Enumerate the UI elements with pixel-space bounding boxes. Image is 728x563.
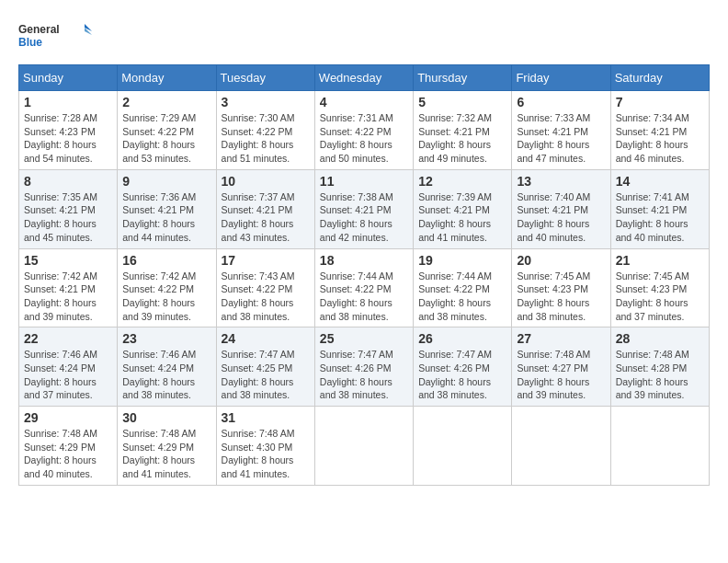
calendar-cell: 8Sunrise: 7:35 AMSunset: 4:21 PMDaylight… bbox=[19, 169, 118, 248]
day-info: Sunrise: 7:35 AMSunset: 4:21 PMDaylight:… bbox=[24, 190, 112, 245]
weekday-header-thursday: Thursday bbox=[414, 65, 512, 91]
logo: General Blue bbox=[18, 18, 92, 55]
day-info: Sunrise: 7:42 AMSunset: 4:21 PMDaylight:… bbox=[24, 270, 112, 324]
day-info: Sunrise: 7:45 AMSunset: 4:23 PMDaylight:… bbox=[616, 270, 704, 324]
day-info: Sunrise: 7:32 AMSunset: 4:21 PMDaylight:… bbox=[418, 111, 506, 166]
calendar-cell: 14Sunrise: 7:41 AMSunset: 4:21 PMDayligh… bbox=[610, 169, 709, 248]
calendar-cell: 30Sunrise: 7:48 AMSunset: 4:29 PMDayligh… bbox=[118, 407, 216, 486]
day-number: 14 bbox=[616, 174, 704, 189]
day-number: 16 bbox=[122, 253, 210, 268]
calendar-cell bbox=[610, 407, 709, 486]
day-info: Sunrise: 7:41 AMSunset: 4:21 PMDaylight:… bbox=[616, 190, 704, 245]
calendar-week-5: 29Sunrise: 7:48 AMSunset: 4:29 PMDayligh… bbox=[19, 407, 710, 486]
day-info: Sunrise: 7:48 AMSunset: 4:29 PMDaylight:… bbox=[122, 427, 210, 481]
day-number: 19 bbox=[418, 253, 506, 268]
day-number: 28 bbox=[616, 331, 704, 346]
day-info: Sunrise: 7:44 AMSunset: 4:22 PMDaylight:… bbox=[320, 270, 408, 324]
day-number: 10 bbox=[222, 174, 310, 189]
calendar-cell: 1Sunrise: 7:28 AMSunset: 4:23 PMDaylight… bbox=[19, 91, 118, 170]
day-info: Sunrise: 7:46 AMSunset: 4:24 PMDaylight:… bbox=[122, 348, 210, 402]
day-info: Sunrise: 7:48 AMSunset: 4:30 PMDaylight:… bbox=[222, 427, 310, 481]
header: General Blue bbox=[18, 18, 710, 55]
calendar-cell bbox=[314, 407, 413, 486]
calendar-cell: 7Sunrise: 7:34 AMSunset: 4:21 PMDaylight… bbox=[610, 91, 709, 170]
day-number: 1 bbox=[24, 95, 112, 109]
day-number: 9 bbox=[122, 174, 210, 189]
calendar-cell: 21Sunrise: 7:45 AMSunset: 4:23 PMDayligh… bbox=[610, 248, 709, 327]
day-info: Sunrise: 7:38 AMSunset: 4:21 PMDaylight:… bbox=[320, 190, 408, 245]
day-number: 25 bbox=[320, 331, 408, 346]
day-info: Sunrise: 7:48 AMSunset: 4:29 PMDaylight:… bbox=[24, 427, 112, 481]
day-number: 20 bbox=[517, 253, 605, 268]
calendar-header: SundayMondayTuesdayWednesdayThursdayFrid… bbox=[19, 65, 710, 91]
day-info: Sunrise: 7:29 AMSunset: 4:22 PMDaylight:… bbox=[122, 111, 210, 166]
day-info: Sunrise: 7:36 AMSunset: 4:21 PMDaylight:… bbox=[122, 190, 210, 245]
calendar-cell: 19Sunrise: 7:44 AMSunset: 4:22 PMDayligh… bbox=[414, 248, 512, 327]
day-info: Sunrise: 7:48 AMSunset: 4:28 PMDaylight:… bbox=[616, 348, 704, 402]
day-number: 3 bbox=[222, 95, 310, 109]
day-info: Sunrise: 7:44 AMSunset: 4:22 PMDaylight:… bbox=[418, 270, 506, 324]
day-number: 7 bbox=[616, 95, 704, 109]
calendar-cell: 9Sunrise: 7:36 AMSunset: 4:21 PMDaylight… bbox=[118, 169, 216, 248]
calendar-cell: 24Sunrise: 7:47 AMSunset: 4:25 PMDayligh… bbox=[216, 327, 314, 407]
day-info: Sunrise: 7:47 AMSunset: 4:26 PMDaylight:… bbox=[320, 348, 408, 402]
calendar-cell: 6Sunrise: 7:33 AMSunset: 4:21 PMDaylight… bbox=[512, 91, 610, 170]
calendar-cell: 3Sunrise: 7:30 AMSunset: 4:22 PMDaylight… bbox=[216, 91, 314, 170]
day-number: 12 bbox=[418, 174, 506, 189]
calendar-cell: 15Sunrise: 7:42 AMSunset: 4:21 PMDayligh… bbox=[19, 248, 118, 327]
weekday-header-tuesday: Tuesday bbox=[216, 65, 314, 91]
day-info: Sunrise: 7:31 AMSunset: 4:22 PMDaylight:… bbox=[320, 111, 408, 166]
calendar-cell: 4Sunrise: 7:31 AMSunset: 4:22 PMDaylight… bbox=[314, 91, 413, 170]
day-info: Sunrise: 7:47 AMSunset: 4:25 PMDaylight:… bbox=[222, 348, 310, 402]
day-info: Sunrise: 7:47 AMSunset: 4:26 PMDaylight:… bbox=[418, 348, 506, 402]
calendar-cell: 31Sunrise: 7:48 AMSunset: 4:30 PMDayligh… bbox=[216, 407, 314, 486]
calendar-cell: 27Sunrise: 7:48 AMSunset: 4:27 PMDayligh… bbox=[512, 327, 610, 407]
day-number: 29 bbox=[24, 410, 112, 425]
day-number: 11 bbox=[320, 174, 408, 189]
calendar-week-4: 22Sunrise: 7:46 AMSunset: 4:24 PMDayligh… bbox=[19, 327, 710, 407]
day-number: 5 bbox=[418, 95, 506, 109]
svg-text:Blue: Blue bbox=[18, 36, 42, 49]
calendar-cell: 26Sunrise: 7:47 AMSunset: 4:26 PMDayligh… bbox=[414, 327, 512, 407]
calendar-cell: 25Sunrise: 7:47 AMSunset: 4:26 PMDayligh… bbox=[314, 327, 413, 407]
weekday-header-saturday: Saturday bbox=[610, 65, 709, 91]
day-info: Sunrise: 7:48 AMSunset: 4:27 PMDaylight:… bbox=[517, 348, 605, 402]
calendar-cell bbox=[414, 407, 512, 486]
day-number: 17 bbox=[222, 253, 310, 268]
calendar-cell: 28Sunrise: 7:48 AMSunset: 4:28 PMDayligh… bbox=[610, 327, 709, 407]
day-number: 2 bbox=[122, 95, 210, 109]
day-info: Sunrise: 7:33 AMSunset: 4:21 PMDaylight:… bbox=[517, 111, 605, 166]
svg-text:General: General bbox=[18, 23, 60, 36]
day-info: Sunrise: 7:30 AMSunset: 4:22 PMDaylight:… bbox=[222, 111, 310, 166]
calendar-cell: 23Sunrise: 7:46 AMSunset: 4:24 PMDayligh… bbox=[118, 327, 216, 407]
weekday-header-sunday: Sunday bbox=[19, 65, 118, 91]
weekday-header-monday: Monday bbox=[118, 65, 216, 91]
calendar-cell: 20Sunrise: 7:45 AMSunset: 4:23 PMDayligh… bbox=[512, 248, 610, 327]
calendar-cell: 29Sunrise: 7:48 AMSunset: 4:29 PMDayligh… bbox=[19, 407, 118, 486]
calendar-cell: 11Sunrise: 7:38 AMSunset: 4:21 PMDayligh… bbox=[314, 169, 413, 248]
calendar-cell: 5Sunrise: 7:32 AMSunset: 4:21 PMDaylight… bbox=[414, 91, 512, 170]
calendar-table: SundayMondayTuesdayWednesdayThursdayFrid… bbox=[18, 64, 710, 486]
day-info: Sunrise: 7:28 AMSunset: 4:23 PMDaylight:… bbox=[24, 111, 112, 166]
day-number: 24 bbox=[222, 331, 310, 346]
day-info: Sunrise: 7:43 AMSunset: 4:22 PMDaylight:… bbox=[222, 270, 310, 324]
calendar-cell: 22Sunrise: 7:46 AMSunset: 4:24 PMDayligh… bbox=[19, 327, 118, 407]
day-number: 8 bbox=[24, 174, 112, 189]
day-info: Sunrise: 7:39 AMSunset: 4:21 PMDaylight:… bbox=[418, 190, 506, 245]
day-info: Sunrise: 7:46 AMSunset: 4:24 PMDaylight:… bbox=[24, 348, 112, 402]
day-number: 21 bbox=[616, 253, 704, 268]
day-number: 4 bbox=[320, 95, 408, 109]
weekday-header-row: SundayMondayTuesdayWednesdayThursdayFrid… bbox=[19, 65, 710, 91]
day-number: 6 bbox=[517, 95, 605, 109]
calendar-cell: 16Sunrise: 7:42 AMSunset: 4:22 PMDayligh… bbox=[118, 248, 216, 327]
calendar-cell: 10Sunrise: 7:37 AMSunset: 4:21 PMDayligh… bbox=[216, 169, 314, 248]
day-info: Sunrise: 7:42 AMSunset: 4:22 PMDaylight:… bbox=[122, 270, 210, 324]
weekday-header-friday: Friday bbox=[512, 65, 610, 91]
day-number: 27 bbox=[517, 331, 605, 346]
day-number: 23 bbox=[122, 331, 210, 346]
calendar-cell bbox=[512, 407, 610, 486]
calendar-cell: 17Sunrise: 7:43 AMSunset: 4:22 PMDayligh… bbox=[216, 248, 314, 327]
day-info: Sunrise: 7:34 AMSunset: 4:21 PMDaylight:… bbox=[616, 111, 704, 166]
calendar-cell: 2Sunrise: 7:29 AMSunset: 4:22 PMDaylight… bbox=[118, 91, 216, 170]
logo-svg: General Blue bbox=[18, 18, 92, 55]
